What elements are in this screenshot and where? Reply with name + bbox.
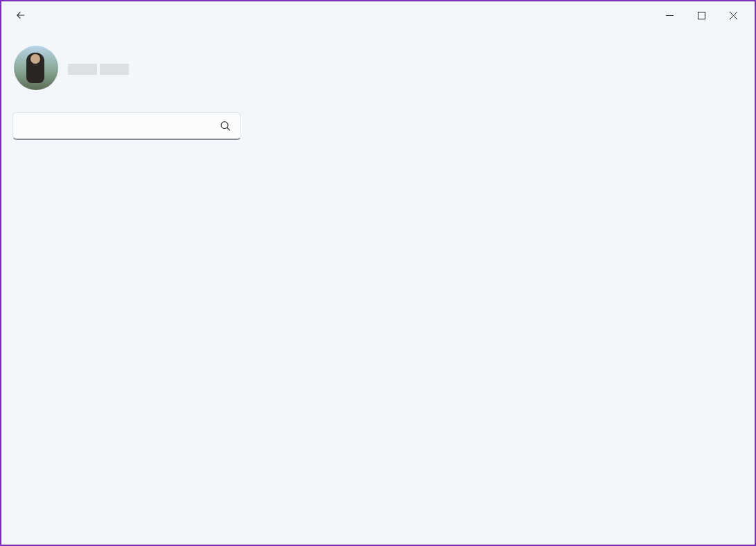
- window-controls: [653, 4, 749, 26]
- email-redacted: [100, 64, 129, 75]
- arrow-left-icon: [15, 9, 27, 21]
- avatar: [14, 46, 58, 90]
- maximize-button[interactable]: [685, 4, 717, 26]
- close-button[interactable]: [717, 4, 749, 26]
- close-icon: [730, 12, 737, 19]
- sidebar: [1, 29, 251, 545]
- svg-point-1: [221, 122, 228, 129]
- main-content: [251, 29, 755, 545]
- search-input[interactable]: [12, 112, 241, 140]
- minimize-button[interactable]: [653, 4, 685, 26]
- search-container: [12, 112, 241, 140]
- search-icon: [220, 121, 231, 132]
- maximize-icon: [698, 12, 705, 19]
- svg-rect-0: [698, 12, 705, 19]
- titlebar: [1, 1, 755, 29]
- profile-section[interactable]: [11, 29, 243, 107]
- back-button[interactable]: [7, 1, 35, 29]
- email-redacted: [68, 64, 97, 75]
- minimize-icon: [666, 12, 674, 19]
